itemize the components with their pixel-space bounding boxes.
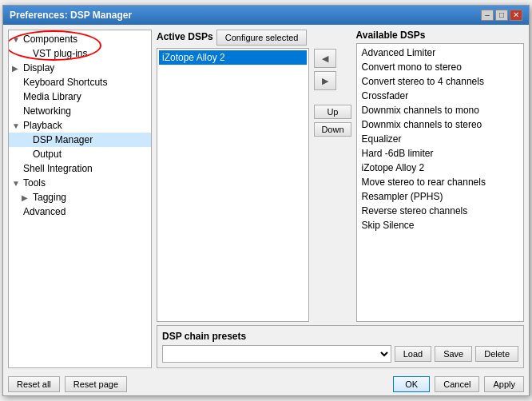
tree-arrow-playback: ▼ bbox=[12, 121, 22, 130]
content-area: ▼ComponentsVST plug-ins▶DisplayKeyboard … bbox=[3, 25, 529, 373]
move-buttons: ◀ ▶ Up Down bbox=[314, 30, 351, 322]
active-dsp-item[interactable]: iZotope Alloy 2 bbox=[159, 50, 307, 65]
move-down-button[interactable]: Down bbox=[314, 122, 351, 137]
configure-selected-button[interactable]: Configure selected bbox=[216, 30, 308, 46]
sidebar-item-display[interactable]: ▶Display bbox=[9, 61, 151, 75]
tree-arrow-display: ▶ bbox=[12, 64, 22, 73]
tree-arrow-tagging: ▶ bbox=[22, 193, 31, 202]
sidebar-label-keyboard-shortcuts: Keyboard Shortcuts bbox=[23, 77, 107, 88]
chain-presets-row: Load Save Delete bbox=[162, 345, 518, 363]
active-dsps-label: Active DSPs bbox=[157, 31, 213, 42]
chain-presets-label: DSP chain presets bbox=[162, 331, 518, 342]
available-dsp-item[interactable]: Move stereo to rear channels bbox=[359, 175, 522, 189]
dsp-panels: Active DSPs Configure selected iZotope A… bbox=[157, 30, 524, 322]
available-dsp-item[interactable]: Downmix channels to mono bbox=[359, 103, 522, 117]
sidebar: ▼ComponentsVST plug-ins▶DisplayKeyboard … bbox=[8, 30, 152, 368]
available-dsp-item[interactable]: iZotope Alloy 2 bbox=[359, 161, 522, 175]
available-dsp-item[interactable]: Convert stereo to 4 channels bbox=[359, 74, 522, 89]
sidebar-item-advanced[interactable]: Advanced bbox=[9, 204, 151, 219]
tree-arrow-components: ▼ bbox=[12, 35, 22, 44]
reset-page-button[interactable]: Reset page bbox=[65, 376, 127, 392]
reset-all-button[interactable]: Reset all bbox=[8, 376, 60, 392]
window-title: Preferences: DSP Manager bbox=[10, 10, 132, 21]
available-dsp-item[interactable]: Skip Silence bbox=[359, 218, 522, 232]
apply-button[interactable]: Apply bbox=[484, 376, 524, 392]
active-dsps-top: Active DSPs Configure selected bbox=[157, 30, 309, 46]
available-dsps-list: Advanced LimiterConvert mono to stereoCo… bbox=[356, 43, 525, 322]
sidebar-label-tagging: Tagging bbox=[33, 192, 66, 203]
sidebar-label-vst-plugins: VST plug-ins bbox=[33, 48, 87, 59]
move-right-button[interactable]: ▶ bbox=[314, 71, 336, 90]
move-up-button[interactable]: Up bbox=[314, 105, 351, 119]
move-left-button[interactable]: ◀ bbox=[314, 49, 336, 68]
sidebar-label-media-library: Media Library bbox=[23, 91, 81, 102]
available-dsp-item[interactable]: Hard -6dB limiter bbox=[359, 146, 522, 161]
footer-left: Reset all Reset page bbox=[8, 376, 127, 392]
sidebar-item-components[interactable]: ▼Components bbox=[9, 32, 151, 46]
sidebar-item-media-library[interactable]: Media Library bbox=[9, 89, 151, 104]
available-dsp-item[interactable]: Crossfader bbox=[359, 89, 522, 103]
sidebar-item-dsp-manager[interactable]: DSP Manager bbox=[9, 133, 151, 147]
close-button[interactable]: ✕ bbox=[510, 10, 522, 21]
minimize-button[interactable]: – bbox=[481, 10, 494, 21]
available-dsp-item[interactable]: Resampler (PPHS) bbox=[359, 189, 522, 204]
sidebar-item-shell-integration[interactable]: Shell Integration bbox=[9, 161, 151, 176]
available-dsp-item[interactable]: Reverse stereo channels bbox=[359, 204, 522, 218]
available-dsp-item[interactable]: Advanced Limiter bbox=[359, 46, 522, 60]
active-dsps-panel: Active DSPs Configure selected iZotope A… bbox=[157, 30, 309, 322]
available-dsp-item[interactable]: Downmix channels to stereo bbox=[359, 117, 522, 132]
title-bar: Preferences: DSP Manager – □ ✕ bbox=[3, 6, 529, 25]
footer-buttons: Reset all Reset page OK Cancel Apply bbox=[3, 373, 529, 395]
sidebar-item-output[interactable]: Output bbox=[9, 147, 151, 161]
sidebar-item-keyboard-shortcuts[interactable]: Keyboard Shortcuts bbox=[9, 75, 151, 89]
tree-arrow-tools: ▼ bbox=[12, 179, 22, 188]
sidebar-label-shell-integration: Shell Integration bbox=[23, 163, 93, 174]
title-bar-controls: – □ ✕ bbox=[481, 10, 522, 21]
available-dsps-panel: Available DSPs Advanced LimiterConvert m… bbox=[356, 30, 525, 322]
sidebar-item-tools[interactable]: ▼Tools bbox=[9, 176, 151, 190]
sidebar-item-networking[interactable]: Networking bbox=[9, 104, 151, 118]
sidebar-label-tools: Tools bbox=[23, 177, 46, 189]
sidebar-label-playback: Playback bbox=[23, 120, 62, 131]
available-dsp-item[interactable]: Convert mono to stereo bbox=[359, 60, 522, 74]
sidebar-label-display: Display bbox=[23, 62, 54, 73]
sidebar-label-components: Components bbox=[23, 34, 77, 45]
preset-select[interactable] bbox=[162, 345, 391, 363]
main-panel: Active DSPs Configure selected iZotope A… bbox=[157, 30, 524, 368]
save-preset-button[interactable]: Save bbox=[435, 346, 472, 362]
cancel-button[interactable]: Cancel bbox=[435, 376, 479, 392]
delete-preset-button[interactable]: Delete bbox=[475, 346, 518, 362]
load-preset-button[interactable]: Load bbox=[395, 346, 431, 362]
sidebar-item-tagging[interactable]: ▶Tagging bbox=[9, 190, 151, 204]
available-dsps-label: Available DSPs bbox=[356, 30, 426, 41]
sidebar-item-playback[interactable]: ▼Playback bbox=[9, 118, 151, 133]
active-dsps-list: iZotope Alloy 2 bbox=[157, 48, 309, 322]
ok-button[interactable]: OK bbox=[393, 376, 430, 392]
available-dsp-item[interactable]: Equalizer bbox=[359, 132, 522, 146]
chain-presets-panel: DSP chain presets Load Save Delete bbox=[157, 325, 524, 368]
maximize-button[interactable]: □ bbox=[495, 10, 508, 21]
sidebar-label-dsp-manager: DSP Manager bbox=[33, 134, 93, 145]
sidebar-label-advanced: Advanced bbox=[23, 206, 66, 217]
sidebar-label-networking: Networking bbox=[23, 105, 71, 117]
preferences-window: Preferences: DSP Manager – □ ✕ ▼Componen… bbox=[2, 5, 530, 396]
sidebar-label-output: Output bbox=[33, 149, 62, 160]
footer-right: OK Cancel Apply bbox=[393, 376, 524, 392]
sidebar-item-vst-plugins[interactable]: VST plug-ins bbox=[9, 46, 151, 61]
